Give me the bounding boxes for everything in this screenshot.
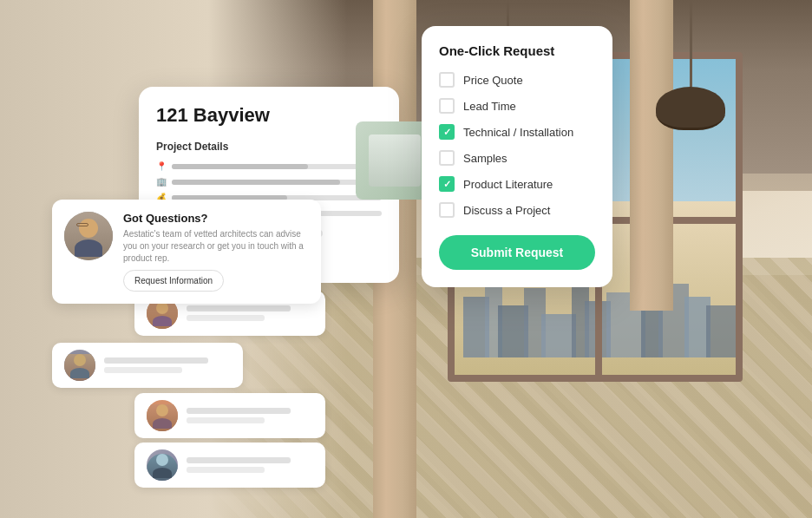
ocr-checkbox-technical[interactable] xyxy=(439,124,455,140)
detail-project-type: 🏢 xyxy=(156,177,382,187)
ocr-item-product-literature[interactable]: Product Literature xyxy=(439,176,595,192)
one-click-request-modal: One-Click Request Price Quote Lead Time … xyxy=(422,26,612,287)
ocr-checkbox-product-literature[interactable] xyxy=(439,176,455,192)
advisor-avatar xyxy=(64,212,113,260)
person-list-item-2 xyxy=(52,343,243,388)
person-list-item-4 xyxy=(134,443,325,488)
detail-location: 📍 xyxy=(156,161,382,172)
person-info-2 xyxy=(104,357,208,373)
location-icon: 📍 xyxy=(156,161,167,172)
ocr-label-samples: Samples xyxy=(463,152,508,165)
questions-title: Got Questions? xyxy=(123,212,309,225)
ocr-item-technical[interactable]: Technical / Installation xyxy=(439,124,595,140)
ocr-title: One-Click Request xyxy=(439,43,595,58)
request-info-button[interactable]: Request Information xyxy=(123,270,224,292)
person-avatar-3 xyxy=(147,400,178,431)
person-info-4 xyxy=(187,457,291,473)
questions-content: Got Questions? Aestatic's team of vetted… xyxy=(64,212,309,292)
person-avatar-4 xyxy=(147,449,178,481)
building-icon: 🏢 xyxy=(156,177,167,187)
questions-text: Got Questions? Aestatic's team of vetted… xyxy=(123,212,309,292)
ocr-label-technical: Technical / Installation xyxy=(463,126,573,139)
questions-card: Got Questions? Aestatic's team of vetted… xyxy=(52,200,321,304)
pendant-light-2 xyxy=(656,0,725,130)
ocr-label-product-literature: Product Literature xyxy=(463,178,553,191)
questions-description: Aestatic's team of vetted architects can… xyxy=(123,228,309,265)
ocr-item-price-quote[interactable]: Price Quote xyxy=(439,72,595,88)
ocr-item-samples[interactable]: Samples xyxy=(439,150,595,166)
person-avatar-2 xyxy=(64,350,95,381)
project-title: 121 Bayview xyxy=(156,104,382,127)
ocr-checkbox-price-quote[interactable] xyxy=(439,72,455,88)
submit-request-button[interactable]: Submit Request xyxy=(439,235,595,270)
ocr-label-lead-time: Lead Time xyxy=(463,100,516,113)
person-info-1 xyxy=(187,305,291,321)
ocr-checkbox-samples[interactable] xyxy=(439,150,455,166)
person-list-item-3 xyxy=(134,393,325,438)
ocr-label-price-quote: Price Quote xyxy=(463,74,523,87)
ocr-checkbox-lead-time[interactable] xyxy=(439,98,455,114)
ocr-item-discuss[interactable]: Discuss a Project xyxy=(439,202,595,218)
ocr-label-discuss: Discuss a Project xyxy=(463,204,550,217)
ocr-item-lead-time[interactable]: Lead Time xyxy=(439,98,595,114)
ocr-checkbox-discuss[interactable] xyxy=(439,202,455,218)
person-info-3 xyxy=(187,408,291,423)
project-details-heading: Project Details xyxy=(156,141,382,153)
